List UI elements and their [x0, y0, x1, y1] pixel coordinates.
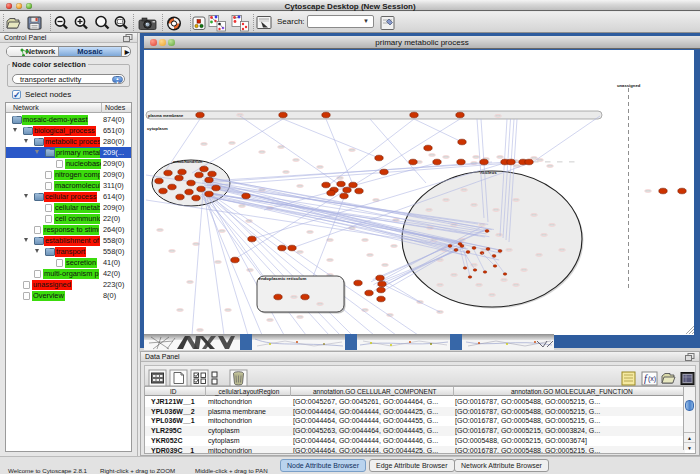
svg-text:cytoplasm: cytoplasm	[147, 126, 168, 131]
svg-text:(x): (x)	[648, 375, 656, 383]
svg-text:mitochondrion: mitochondrion	[173, 159, 203, 164]
svg-text:nucleus: nucleus	[480, 170, 497, 175]
svg-text:plasma membrane: plasma membrane	[148, 113, 184, 118]
svg-text:unassigned: unassigned	[617, 83, 641, 88]
svg-text:endoplasmic reticulum: endoplasmic reticulum	[259, 276, 307, 281]
